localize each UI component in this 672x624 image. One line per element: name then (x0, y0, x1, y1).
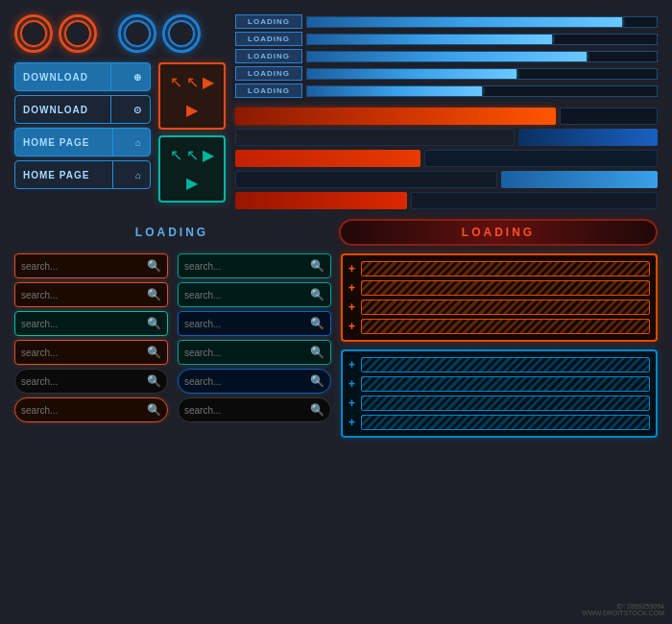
loading-text-bar-blue: LOADING (14, 219, 329, 246)
main-container: DOWNLOAD ⊕ DOWNLOAD ⊙ HOME PAGE ⌂ (0, 0, 672, 624)
blue-search-input-5[interactable] (184, 376, 310, 387)
hatch-plus-b2: + (348, 377, 355, 391)
hatch-plus-b1: + (348, 358, 355, 372)
btn-divider-2 (110, 96, 111, 123)
prog-bar-dark-3 (424, 150, 658, 167)
cursor-arrow-4: ↖ (186, 146, 199, 164)
download-btn-2[interactable]: DOWNLOAD ⊙ (14, 95, 151, 124)
search-icon-2[interactable]: 🔍 (147, 288, 161, 301)
loading-label-5: LOADING (235, 84, 302, 98)
bottom-section: 🔍 🔍 🔍 🔍 🔍 🔍 (14, 253, 658, 438)
circle-btn-orange-1[interactable] (14, 14, 53, 53)
mid-loading-row: LOADING LOADING (14, 219, 658, 246)
loading-text-blue: LOADING (135, 226, 208, 239)
loading-label-2: LOADING (235, 32, 302, 46)
prog-bar-dark-4 (235, 171, 497, 188)
prog-bar-blue-1 (518, 129, 658, 146)
loading-bar-row-3: LOADING (235, 49, 658, 63)
homepage-btn-1[interactable]: HOME PAGE ⌂ (14, 128, 151, 156)
cursor-play-1: ▶ (203, 73, 214, 91)
watermark: ID: 2899259094 WWW.DROITSTOCK.COM (583, 603, 664, 616)
loading-fill-5 (307, 86, 482, 96)
prog-bar-dark-2 (235, 129, 515, 146)
search-icon-b1[interactable]: 🔍 (310, 259, 324, 273)
prog-row-2 (235, 129, 658, 146)
search-icon-b2[interactable]: 🔍 (310, 288, 324, 301)
orange-search-input-6[interactable] (21, 405, 147, 416)
prog-row-1 (235, 108, 658, 125)
blue-search-2[interactable]: 🔍 (178, 282, 331, 307)
orange-search-input-1[interactable] (21, 261, 147, 272)
search-icon-b5[interactable]: 🔍 (310, 374, 324, 388)
blue-search-4[interactable]: 🔍 (178, 340, 331, 365)
loading-label-3: LOADING (235, 49, 302, 63)
search-icon-6[interactable]: 🔍 (147, 403, 161, 417)
circle-btn-orange-2[interactable] (59, 14, 97, 53)
blue-search-6[interactable]: 🔍 (178, 397, 331, 422)
search-icon-1[interactable]: 🔍 (147, 259, 161, 273)
homepage-btn-2[interactable]: HOME PAGE ⌂ (14, 160, 151, 189)
search-icon-b4[interactable]: 🔍 (310, 346, 324, 359)
orange-search-input-2[interactable] (21, 290, 147, 300)
orange-search-5[interactable]: 🔍 (14, 369, 168, 394)
orange-search-2[interactable]: 🔍 (14, 282, 168, 307)
circle-btn-blue-2[interactable] (162, 14, 201, 53)
orange-search-input-5[interactable] (21, 376, 147, 387)
prog-bar-dark-5 (411, 192, 658, 209)
download-label-1: DOWNLOAD (23, 72, 88, 83)
button-group: DOWNLOAD ⊕ DOWNLOAD ⊙ HOME PAGE ⌂ (14, 62, 151, 203)
watermark-url: WWW.DROITSTOCK.COM (583, 610, 664, 616)
orange-search-3[interactable]: 🔍 (14, 311, 168, 336)
hatch-bar-b3 (361, 396, 650, 411)
homepage-label-1: HOME PAGE (23, 137, 89, 148)
loading-bar-row-2: LOADING (235, 32, 658, 46)
hatch-bar-b4 (361, 415, 650, 430)
loading-text-bar-red: LOADING (339, 219, 658, 246)
loading-bar-row-1: LOADING (235, 14, 658, 29)
top-section: DOWNLOAD ⊕ DOWNLOAD ⊙ HOME PAGE ⌂ (14, 14, 658, 209)
hatch-panel-orange: + + + + (341, 253, 658, 342)
hatch-bar-b2 (361, 376, 650, 392)
orange-search-6[interactable]: 🔍 (14, 397, 168, 422)
homepage-label-2: HOME PAGE (23, 170, 89, 180)
blue-search-input-2[interactable] (184, 290, 310, 300)
prog-row-5 (235, 192, 658, 209)
btn-divider-3 (112, 129, 113, 156)
hatch-bar-o3 (361, 300, 650, 315)
blue-search-1[interactable]: 🔍 (178, 253, 331, 278)
hatch-row-blue-2: + (348, 376, 650, 392)
blue-search-input-3[interactable] (184, 319, 310, 329)
home-icon-1: ⌂ (135, 137, 142, 148)
orange-search-1[interactable]: 🔍 (14, 253, 168, 278)
search-icon-b3[interactable]: 🔍 (310, 317, 324, 330)
cursor-panel-orange: ↖ ↖ ▶ ▶ (158, 62, 226, 130)
blue-search-3[interactable]: 🔍 (178, 311, 331, 336)
hatch-panel-blue: + + + + (341, 349, 658, 438)
download-btn-1[interactable]: DOWNLOAD ⊕ (14, 62, 151, 91)
loading-track-1 (306, 16, 658, 28)
hatch-plus-o2: + (348, 281, 355, 295)
search-icon-b6[interactable]: 🔍 (310, 403, 324, 417)
hatch-plus-b3: + (348, 396, 355, 410)
orange-search-4[interactable]: 🔍 (14, 340, 168, 365)
search-icon-5[interactable]: 🔍 (147, 374, 161, 388)
search-icon-3[interactable]: 🔍 (147, 317, 161, 330)
orange-search-input-3[interactable] (21, 319, 147, 329)
loading-track-5 (306, 85, 658, 97)
orange-search-section: 🔍 🔍 🔍 🔍 🔍 🔍 (14, 253, 168, 438)
prog-bar-dark-1 (560, 108, 658, 125)
blue-search-input-4[interactable] (184, 348, 310, 358)
top-mid-section: LOADING LOADING LOADING (235, 14, 658, 209)
blue-search-input-1[interactable] (184, 261, 310, 272)
hatch-plus-o3: + (348, 300, 355, 314)
blue-search-5[interactable]: 🔍 (178, 369, 331, 394)
hatch-bar-b1 (361, 357, 650, 372)
cursor-arrow-2: ↖ (186, 73, 199, 91)
hatch-panels-section: + + + + + (341, 253, 658, 438)
loading-bar-row-5: LOADING (235, 84, 658, 98)
circle-btn-blue-1[interactable] (118, 14, 156, 53)
search-icon-4[interactable]: 🔍 (147, 346, 161, 359)
prog-bar-red-2 (235, 150, 420, 167)
blue-search-input-6[interactable] (184, 405, 310, 416)
orange-search-input-4[interactable] (21, 348, 147, 358)
